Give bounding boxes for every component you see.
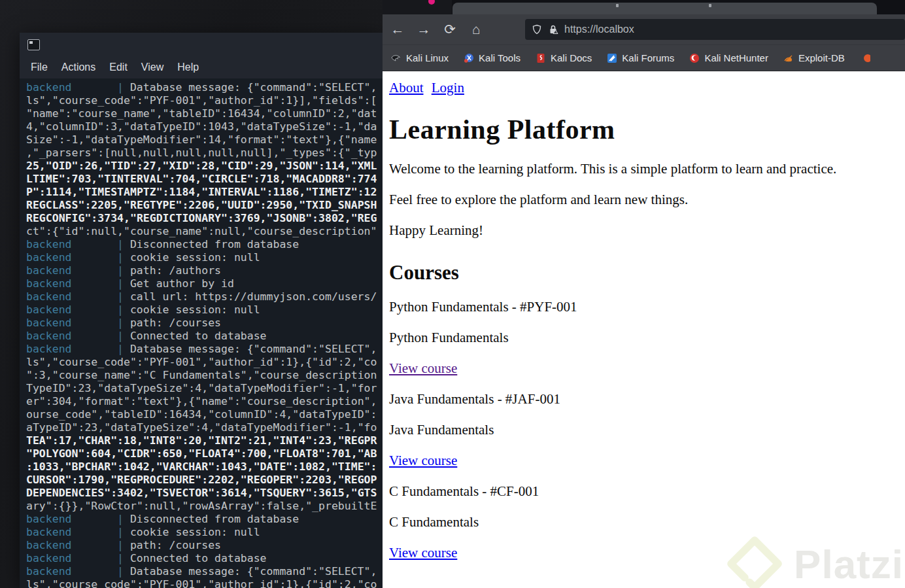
shield-icon[interactable] (532, 24, 542, 35)
courses-heading: Courses (389, 261, 898, 285)
terminal-line: TypeID":23,"dataTypeSize":4,"dataTypeMod… (26, 382, 383, 395)
lock-warning-icon[interactable] (548, 24, 558, 35)
terminal-titlebar[interactable] (20, 33, 383, 56)
log-message: TEA":17,"CHAR":18,"INT8":20,"INT2":21,"I… (26, 434, 377, 447)
log-pipe: | (117, 81, 130, 94)
log-pipe: | (117, 552, 130, 564)
active-tab[interactable] (452, 3, 877, 14)
menu-item-actions[interactable]: Actions (61, 61, 95, 73)
clipped-bookmark-icon (860, 53, 870, 63)
terminal-line: ls","course_code":"PYF-001","author_id":… (26, 578, 383, 588)
terminal-line: backend| Disconnected from database (26, 513, 383, 526)
tab-strip-left-area (383, 0, 452, 14)
reload-button[interactable]: ⟳ (439, 19, 461, 40)
page-title: Learning Platform (389, 114, 898, 145)
terminal-line: aTypeID":23,"dataTypeSize":4,"dataTypeMo… (26, 421, 383, 434)
home-button[interactable]: ⌂ (465, 19, 487, 40)
course-title: C Fundamentals - #CF-001 (389, 483, 898, 500)
bookmark-kali-forums[interactable]: Kali Forums (607, 52, 674, 63)
terminal-line: backend| Get author by id (26, 277, 383, 290)
log-message: ourse_code","tableID":16434,"columnID":4… (26, 408, 377, 421)
log-pipe: | (117, 290, 130, 303)
log-pipe: | (117, 277, 130, 290)
log-message: :1033,"BPCHAR":1042,"VARCHAR":1043,"DATE… (26, 460, 377, 473)
about-link[interactable]: About (389, 80, 424, 95)
terminal-line: P":1114,"TIMESTAMPTZ":1184,"INTERVAL":11… (26, 186, 383, 199)
browser-tab-strip (383, 0, 905, 14)
bookmark-kali-tools[interactable]: Kali Tools (464, 52, 521, 63)
log-message: Database message: {"command":"SELECT", (130, 81, 377, 94)
terminal-line: er":304,"format":"text"},{"name":"course… (26, 395, 383, 408)
log-message: Size":-1,"dataTypeModifier":14,"format":… (26, 133, 377, 146)
bookmark-kali-linux[interactable]: Kali Linux (391, 52, 449, 63)
intro-paragraph: Feel free to explore the platform and le… (389, 192, 898, 208)
log-tag: backend (26, 317, 117, 330)
log-message: Connected to database (130, 330, 267, 342)
log-pipe: | (117, 264, 130, 277)
menu-item-help[interactable]: Help (177, 61, 199, 73)
log-message: er":304,"format":"text"},{"name":"course… (26, 395, 377, 407)
menu-item-edit[interactable]: Edit (109, 61, 128, 73)
bookmark-clipped[interactable] (860, 53, 870, 63)
platzi-logo-icon (726, 535, 783, 588)
terminal-line: backend| cookie session: null (26, 526, 383, 539)
terminal-line: Size":-1,"dataTypeModifier":14,"format":… (26, 133, 383, 147)
terminal-output[interactable]: backend| Database message: {"command":"S… (20, 78, 383, 588)
page-content: About Login Learning Platform Welcome to… (383, 71, 905, 588)
terminal-line: CURSOR":1790,"REGPROCEDURE":2202,"REGOPE… (26, 474, 383, 487)
terminal-line: backend| Connected to database (26, 552, 383, 565)
log-pipe: | (117, 513, 130, 525)
courses-list: Python Fundamentals - #PYF-001Python Fun… (389, 299, 898, 561)
bookmark-kali-docs[interactable]: Kali Docs (536, 52, 592, 63)
page-nav-links: About Login (389, 80, 898, 96)
log-message: Connected to database (130, 552, 267, 564)
terminal-line: REGCONFIG":3734,"REGDICTIONARY":3769,"JS… (26, 212, 383, 225)
forward-button[interactable]: → (413, 19, 435, 40)
terminal-line: backend| Database message: {"command":"S… (26, 343, 383, 356)
kali-tools-icon (464, 53, 474, 63)
intro-paragraph: Happy Learning! (389, 222, 898, 239)
terminal-line: backend| Database message: {"command":"S… (26, 565, 383, 578)
tab-title-glyph (616, 4, 619, 7)
terminal-line: backend| Connected to database (26, 330, 383, 343)
terminal-line: ct":{"id":null,"course_name":null,"cours… (26, 225, 383, 238)
log-pipe: | (117, 539, 130, 551)
menu-item-file[interactable]: File (31, 61, 48, 73)
view-course-link[interactable]: View course (389, 545, 457, 561)
bookmark-kali-nethunter[interactable]: Kali NetHunter (689, 52, 768, 63)
log-message: CURSOR":1790,"REGPROCEDURE":2202,"REGOPE… (26, 474, 377, 486)
bookmark-label: Kali Tools (479, 52, 521, 63)
log-pipe: | (117, 526, 130, 538)
log-message: Get author by id (130, 277, 234, 290)
login-link[interactable]: Login (432, 80, 464, 95)
log-message: ls","course_code":"PYF-001","author_id":… (26, 578, 377, 588)
terminal-line: backend| Disconnected from database (26, 238, 383, 251)
log-tag: backend (26, 238, 117, 251)
view-course-link[interactable]: View course (389, 453, 457, 468)
back-button[interactable]: ← (386, 19, 409, 40)
url-bar[interactable]: https://localbox (525, 19, 905, 40)
terminal-line: 25,"OID":26,"TID":27,"XID":28,"CID":29,"… (26, 160, 383, 173)
terminal-line: "name":"course_name","tableID":16434,"co… (26, 107, 383, 120)
browser-window: ← → ⟳ ⌂ https://localbox Kali LinuxKali … (383, 0, 905, 588)
view-course-link[interactable]: View course (389, 360, 457, 376)
log-message: Disconnected from database (130, 238, 299, 251)
log-message: "POLYGON":604,"CIDR":650,"FLOAT4":700,"F… (26, 447, 377, 460)
log-pipe: | (117, 343, 130, 355)
kali-nethunter-icon (689, 53, 700, 63)
bookmark-label: Exploit-DB (798, 52, 845, 63)
log-message: ,"_parsers":[null,null,null,null,null],"… (26, 147, 377, 159)
log-message: ct":{"id":null,"course_name":null,"cours… (26, 225, 377, 237)
log-message: cookie session: null (130, 251, 260, 264)
bookmark-exploit-db[interactable]: Exploit-DB (783, 52, 845, 63)
log-pipe: | (117, 303, 130, 316)
url-text[interactable]: https://localbox (564, 24, 634, 35)
log-message: ls","course_code":"PYF-001","author_id":… (26, 94, 377, 107)
terminal-app-icon (27, 39, 40, 50)
log-pipe: | (117, 565, 130, 578)
bookmark-label: Kali Linux (406, 52, 449, 63)
terminal-line: backend| path: /courses (26, 317, 383, 330)
log-message: Database message: {"command":"SELECT", (130, 565, 377, 578)
menu-item-view[interactable]: View (141, 61, 163, 73)
log-tag: backend (26, 539, 117, 552)
